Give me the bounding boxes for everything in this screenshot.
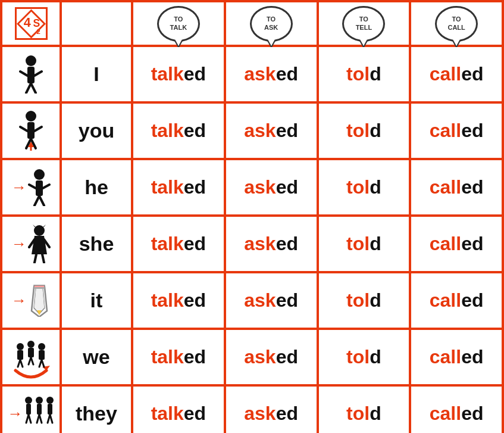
verb-she-tell: told (319, 217, 412, 273)
svg-rect-36 (34, 287, 45, 289)
svg-point-39 (17, 343, 24, 350)
verb-you-talk: talked (133, 104, 226, 160)
svg-rect-60 (48, 404, 52, 415)
svg-point-18 (34, 169, 45, 180)
main-grid: 4 S 2 TOTALK TOASK TOTELL TOCALL (0, 0, 504, 433)
bubble-call-text: TOCALL (447, 15, 465, 31)
svg-point-59 (46, 397, 54, 404)
pencil-icon (28, 284, 51, 317)
svg-rect-52 (26, 404, 31, 415)
svg-point-24 (34, 225, 45, 236)
verb-they-ask: asked (226, 387, 319, 433)
pronoun-she: she (62, 217, 133, 273)
verb-i-call: called (411, 47, 504, 104)
header-to-talk: TOTALK (133, 2, 226, 47)
svg-line-6 (20, 71, 27, 76)
svg-rect-56 (37, 404, 42, 415)
group-right-arrow-icon (24, 394, 55, 433)
svg-line-48 (31, 357, 33, 365)
svg-line-54 (29, 415, 31, 423)
header-to-ask: TOASK (226, 2, 319, 47)
verb-she-call: called (411, 217, 504, 273)
logo-icon: 4 S 2 (17, 9, 46, 39)
icon-they: → (2, 387, 62, 433)
woman-right-arrow-icon (28, 225, 51, 263)
header-empty (62, 2, 133, 47)
bubble-talk-text: TOTALK (170, 15, 187, 31)
verb-it-call: called (411, 273, 504, 330)
svg-line-8 (26, 83, 31, 93)
group-circle-icon (10, 336, 52, 379)
svg-line-46 (20, 360, 23, 367)
svg-rect-5 (27, 67, 35, 83)
svg-point-43 (38, 343, 45, 350)
svg-marker-0 (17, 10, 44, 37)
icon-we (2, 330, 62, 387)
verb-they-tell: told (319, 387, 412, 433)
svg-rect-40 (17, 350, 23, 360)
verb-they-call: called (411, 387, 504, 433)
verb-he-tell: told (319, 160, 412, 217)
svg-line-7 (35, 71, 42, 76)
pronoun-it: it (62, 273, 133, 330)
icon-i (2, 47, 62, 104)
speech-bubble-call: TOCALL (435, 6, 478, 42)
icon-it: → (2, 273, 62, 330)
verb-we-ask: asked (226, 330, 319, 387)
speech-bubble-tell: TOTELL (342, 6, 385, 42)
icon-he: → (2, 160, 62, 217)
logo-cell: 4 S 2 (2, 2, 62, 47)
svg-line-9 (31, 83, 36, 93)
svg-line-23 (39, 196, 44, 205)
verb-we-talk: talked (133, 330, 226, 387)
person-alone-icon (19, 55, 43, 94)
svg-line-29 (35, 254, 36, 263)
svg-line-22 (35, 196, 39, 205)
svg-line-58 (39, 415, 42, 423)
svg-point-4 (26, 55, 36, 66)
header-to-tell: TOTELL (319, 2, 412, 47)
bubble-tell-text: TOTELL (356, 15, 372, 31)
svg-text:2: 2 (36, 27, 40, 35)
speech-bubble-talk: TOTALK (157, 6, 200, 42)
svg-point-10 (26, 111, 36, 122)
bubble-ask-text: TOASK (264, 15, 278, 31)
verb-we-tell: told (319, 330, 412, 387)
svg-line-62 (50, 415, 52, 423)
pronoun-we: we (62, 330, 133, 387)
svg-line-30 (42, 254, 44, 263)
verb-you-call: called (411, 104, 504, 160)
verb-they-talk: talked (133, 387, 226, 433)
person-up-arrow-icon (18, 110, 45, 152)
pronoun-they: they (62, 387, 133, 433)
verb-she-ask: asked (226, 217, 319, 273)
verb-she-talk: talked (133, 217, 226, 273)
svg-line-13 (35, 127, 42, 131)
verb-it-ask: asked (226, 273, 319, 330)
icon-you (2, 104, 62, 160)
svg-rect-44 (39, 350, 45, 360)
pronoun-you: you (62, 104, 133, 160)
speech-bubble-ask: TOASK (250, 6, 293, 42)
svg-point-55 (36, 397, 43, 404)
svg-line-20 (29, 185, 36, 188)
svg-rect-11 (27, 122, 35, 139)
verb-you-tell: told (319, 104, 412, 160)
verb-it-tell: told (319, 273, 412, 330)
verb-he-ask: asked (226, 160, 319, 217)
icon-she: → (2, 217, 62, 273)
svg-line-21 (43, 185, 49, 188)
verb-i-ask: asked (226, 47, 319, 104)
verb-he-call: called (411, 160, 504, 217)
header-to-call: TOCALL (411, 2, 504, 47)
svg-rect-42 (28, 348, 34, 357)
svg-text:4: 4 (23, 14, 30, 29)
verb-i-tell: told (319, 47, 412, 104)
pronoun-he: he (62, 160, 133, 217)
verb-he-talk: talked (133, 160, 226, 217)
verb-it-talk: talked (133, 273, 226, 330)
verb-you-ask: asked (226, 104, 319, 160)
verb-we-call: called (411, 330, 504, 387)
svg-point-51 (25, 397, 32, 404)
verb-i-talk: talked (133, 47, 226, 104)
